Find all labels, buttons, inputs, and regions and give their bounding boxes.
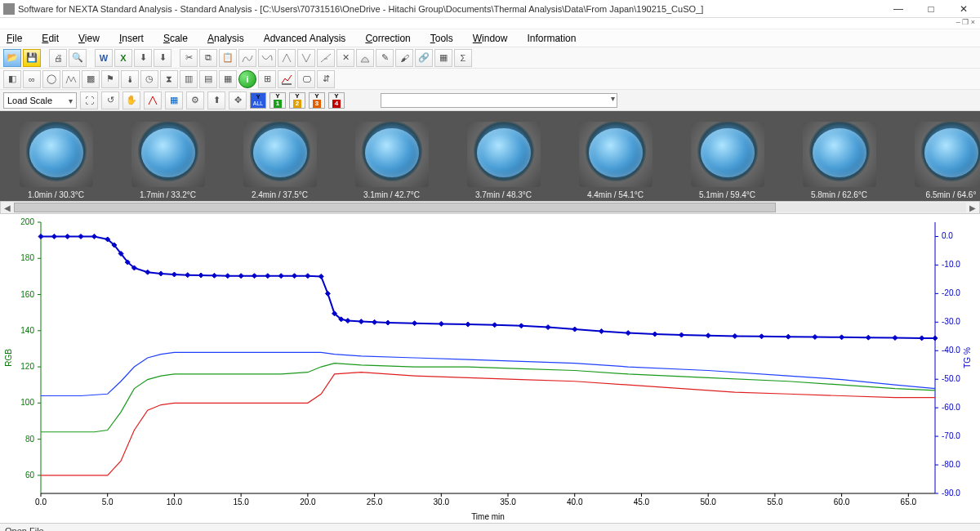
save-icon[interactable]: 💾	[23, 49, 41, 67]
scroll-right-icon[interactable]: ▶	[966, 203, 979, 212]
thumbnail-0[interactable]: 1.0min / 30.3°C	[0, 111, 112, 201]
thumbnail-scrollbar[interactable]: ◀ ▶	[0, 201, 980, 214]
zoom-reset-icon[interactable]: ↺	[101, 91, 119, 109]
sample-image-icon	[20, 122, 93, 187]
thumbnail-2[interactable]: 2.4min / 37.5°C	[224, 111, 336, 201]
open-icon[interactable]: 📂	[3, 49, 21, 67]
print-icon[interactable]: 🖨	[49, 49, 67, 67]
svg-text:45.0: 45.0	[634, 498, 650, 506]
marker-y3[interactable]: Y3	[309, 92, 325, 109]
thermo-icon[interactable]: 🌡	[121, 70, 139, 88]
frame-icon[interactable]: ◧	[3, 70, 21, 88]
menu-correction[interactable]: Correction	[362, 31, 413, 46]
menu-file[interactable]: FFileile	[3, 31, 25, 46]
area-icon[interactable]	[356, 49, 374, 67]
thumbnail-4[interactable]: 3.7min / 48.3°C	[448, 111, 559, 201]
curve1-icon[interactable]	[238, 49, 256, 67]
thumbnail-5[interactable]: 4.4min / 54.1°C	[559, 111, 671, 201]
zoom-fit-icon[interactable]: ⛶	[80, 91, 98, 109]
menu-view[interactable]: View	[75, 31, 103, 46]
menu-tools[interactable]: Tools	[427, 31, 457, 46]
svg-text:200: 200	[20, 217, 34, 226]
tangent-icon[interactable]	[317, 49, 335, 67]
menu-information[interactable]: Information	[523, 31, 579, 46]
stats-icon[interactable]: Σ	[454, 49, 472, 67]
thumbnail-label: 1.0min / 30.3°C	[28, 190, 84, 199]
menu-advanced-analysis[interactable]: Advanced Analysis	[261, 31, 350, 46]
marker-y4[interactable]: Y4	[328, 92, 345, 109]
paste-icon[interactable]: 📋	[219, 49, 237, 67]
thumbnail-1[interactable]: 1.7min / 33.2°C	[112, 111, 224, 201]
marker-y2[interactable]: Y2	[289, 92, 305, 109]
gear-icon[interactable]: ⚙	[186, 91, 204, 109]
stack1-icon[interactable]: ▥	[180, 70, 198, 88]
link-icon[interactable]: 🔗	[415, 49, 433, 67]
svg-text:20.0: 20.0	[300, 498, 316, 506]
monitor-icon[interactable]: 🖵	[297, 70, 315, 88]
load-scale-dropdown[interactable]: Load Scale	[3, 92, 77, 109]
info-icon[interactable]: i	[238, 70, 256, 88]
peak-icon[interactable]	[278, 49, 296, 67]
export-down2-icon[interactable]: ⬇	[154, 49, 172, 67]
ellipse-icon[interactable]: ◯	[42, 70, 60, 88]
menu-insert[interactable]: Insert	[116, 31, 147, 46]
cross-icon[interactable]: ✕	[336, 49, 354, 67]
menu-analysis[interactable]: Analysis	[204, 31, 247, 46]
link2-icon[interactable]: ∞	[23, 70, 41, 88]
menu-bar: FFileile Edit View Insert Scale Analysis…	[0, 29, 980, 47]
table-icon[interactable]: ⊞	[258, 70, 276, 88]
pen-icon[interactable]: ✎	[376, 49, 394, 67]
filter-icon[interactable]: ⧗	[160, 70, 178, 88]
svg-text:160: 160	[20, 290, 34, 299]
thumbnail-3[interactable]: 3.1min / 42.7°C	[336, 111, 448, 201]
thumbnail-6[interactable]: 5.1min / 59.4°C	[671, 111, 783, 201]
brush-icon[interactable]: 🖌	[395, 49, 413, 67]
marker-y1[interactable]: Y1	[270, 92, 286, 109]
copy-icon[interactable]: ⧉	[199, 49, 217, 67]
stack3-icon[interactable]: ▦	[219, 70, 237, 88]
hand-icon[interactable]: ✋	[122, 91, 140, 109]
print-preview-icon[interactable]: 🔍	[69, 49, 87, 67]
grid-icon[interactable]: ▦	[434, 49, 452, 67]
svg-text:30.0: 30.0	[434, 498, 450, 506]
chart-icon[interactable]	[278, 70, 296, 88]
svg-text:Time min: Time min	[471, 512, 505, 521]
menu-scale[interactable]: Scale	[160, 31, 191, 46]
valley-icon[interactable]	[297, 49, 315, 67]
up-arrow-icon[interactable]: ⬆	[207, 91, 225, 109]
mdi-controls[interactable]: – ❐ ×	[0, 18, 980, 29]
curve2-icon[interactable]	[258, 49, 276, 67]
export-excel-icon[interactable]: X	[114, 49, 132, 67]
image-thumbnail-strip: 1.0min / 30.3°C1.7min / 33.2°C2.4min / 3…	[0, 111, 980, 201]
minimize-button[interactable]: —	[882, 0, 915, 18]
svg-text:-90.0: -90.0	[942, 489, 960, 498]
export-down1-icon[interactable]: ⬇	[134, 49, 152, 67]
peak-red-icon[interactable]	[144, 91, 162, 109]
maximize-button[interactable]: □	[915, 0, 947, 18]
toolbar-1: 📂 💾 🖨 🔍 W X ⬇ ⬇ ✂ ⧉ 📋 ✕ ✎ 🖌 🔗 ▦ Σ	[0, 47, 980, 69]
scroll-left-icon[interactable]: ◀	[1, 203, 14, 212]
status-bar: Open File	[0, 523, 980, 531]
thumbnail-7[interactable]: 5.8min / 62.6°C	[783, 111, 895, 201]
cursor-icon[interactable]: ✥	[229, 91, 247, 109]
arrows-icon[interactable]: ⇵	[317, 70, 335, 88]
thumbnail-label: 2.4min / 37.5°C	[252, 190, 308, 199]
cut-icon[interactable]: ✂	[180, 49, 198, 67]
chart-area[interactable]: 0.05.010.015.020.025.030.035.040.045.050…	[0, 214, 980, 523]
title-bar: Software for NEXTA Standard Analysis - S…	[0, 0, 980, 18]
stack2-icon[interactable]: ▤	[199, 70, 217, 88]
gauge-icon[interactable]: ◷	[140, 70, 158, 88]
menu-edit[interactable]: Edit	[38, 31, 62, 46]
flag-icon[interactable]: ⚑	[101, 70, 119, 88]
thumbnail-label: 1.7min / 33.2°C	[140, 190, 196, 199]
curve-select-dropdown[interactable]	[381, 93, 617, 108]
grid-blue-icon[interactable]: ▦	[165, 91, 183, 109]
close-button[interactable]: ✕	[947, 0, 980, 18]
marker-all[interactable]: YALL	[250, 92, 266, 109]
menu-window[interactable]: Window	[470, 31, 511, 46]
checker-icon[interactable]: ▩	[82, 70, 100, 88]
export-word-icon[interactable]: W	[95, 49, 113, 67]
zigzag-icon[interactable]	[62, 70, 80, 88]
thumbnail-8[interactable]: 6.5min / 64.6°	[895, 111, 980, 201]
sample-image-icon	[467, 122, 541, 187]
